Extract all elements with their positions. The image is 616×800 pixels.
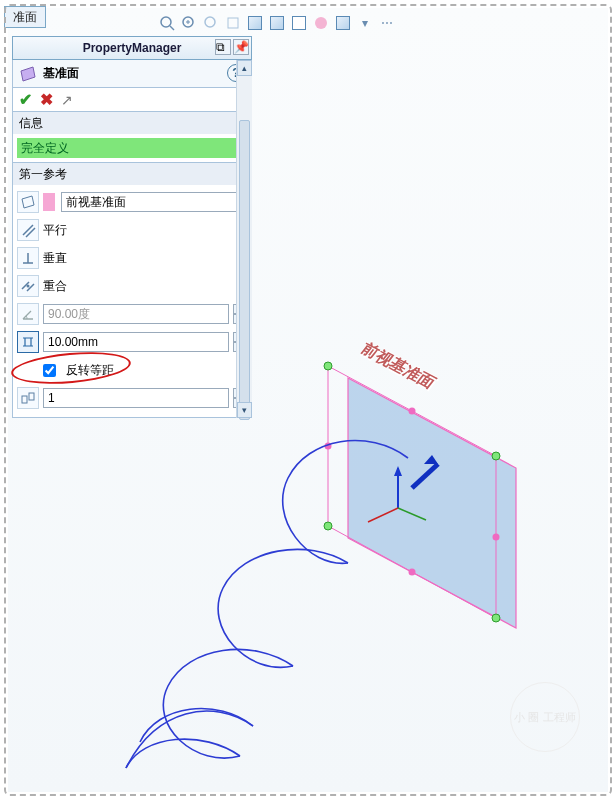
coincident-label: 重合	[43, 278, 67, 295]
svg-point-14	[409, 569, 416, 576]
svg-point-10	[492, 614, 500, 622]
scroll-down-button[interactable]: ▾	[237, 402, 252, 418]
svg-point-23	[27, 285, 30, 288]
flip-offset-checkbox[interactable]	[43, 364, 56, 377]
instances-field[interactable]	[43, 388, 229, 408]
scroll-up-button[interactable]: ▴	[237, 60, 252, 76]
svg-point-8	[324, 362, 332, 370]
svg-point-13	[493, 534, 500, 541]
angle-field[interactable]	[43, 304, 229, 324]
pushpin-icon[interactable]: 📌	[233, 39, 249, 55]
section-info-header[interactable]: 信息˄	[13, 112, 251, 134]
perpendicular-label: 垂直	[43, 250, 67, 267]
panel-scrollbar[interactable]: ▴ ▾	[236, 60, 252, 418]
reference-entity-icon[interactable]	[17, 191, 39, 213]
perpendicular-icon[interactable]	[17, 247, 39, 269]
ok-button[interactable]: ✔	[19, 90, 32, 109]
definition-status: 完全定义	[17, 138, 247, 158]
svg-marker-21	[21, 67, 35, 81]
feature-title: 基准面	[43, 65, 79, 82]
instances-icon[interactable]	[17, 387, 39, 409]
property-manager-panel: PropertyManager ⧉ 📌 基准面 ? ✔ ✖ ↗ 信息˄ 完全定义	[12, 36, 252, 418]
scroll-thumb[interactable]	[239, 120, 250, 420]
offset-distance-icon[interactable]	[17, 331, 39, 353]
svg-rect-24	[22, 396, 27, 403]
keep-visible-icon[interactable]: ⧉	[215, 39, 231, 55]
angle-icon[interactable]	[17, 303, 39, 325]
svg-marker-22	[22, 196, 34, 208]
reference-selection-field[interactable]	[61, 192, 247, 212]
cancel-button[interactable]: ✖	[40, 90, 53, 109]
svg-point-9	[492, 452, 500, 460]
confirm-bar: ✔ ✖ ↗	[12, 88, 252, 112]
svg-point-11	[324, 522, 332, 530]
property-manager-titlebar: PropertyManager ⧉ 📌	[12, 36, 252, 60]
section-first-ref-header[interactable]: 第一参考˄	[13, 163, 251, 185]
watermark: 小 圈 工程师	[510, 682, 580, 752]
svg-rect-25	[29, 393, 34, 400]
svg-marker-6	[348, 378, 516, 628]
feature-header: 基准面 ?	[12, 60, 252, 88]
coincident-icon[interactable]	[17, 275, 39, 297]
plane-icon	[19, 65, 37, 83]
flip-offset-label: 反转等距	[66, 362, 114, 379]
selection-color-swatch	[43, 193, 55, 211]
pushpin-small-icon[interactable]: ↗	[61, 92, 73, 108]
svg-point-12	[409, 408, 416, 415]
parallel-icon[interactable]	[17, 219, 39, 241]
parallel-label: 平行	[43, 222, 67, 239]
offset-distance-field[interactable]	[43, 332, 229, 352]
